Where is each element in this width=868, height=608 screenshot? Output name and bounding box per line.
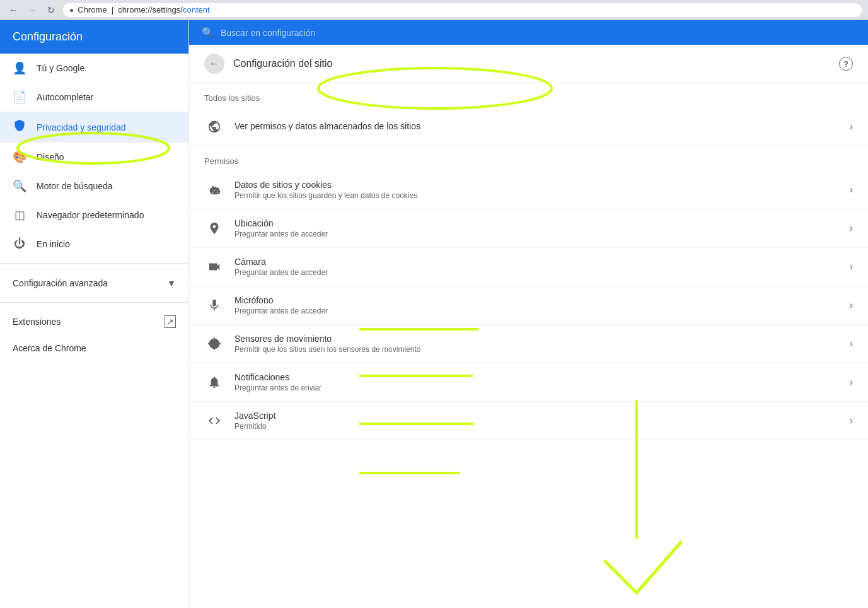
search-icon: 🔍 [202,26,214,38]
person-icon: 👤 [13,61,26,75]
chevron-right-icon-notificaciones: › [850,377,853,388]
perm-text-cookies: Datos de sitios y cookies Permitir que l… [234,180,840,200]
perm-sub-cookies: Permitir que los sitios guarden y lean d… [234,191,840,200]
browser-icon: ◫ [13,208,26,222]
sidebar-label-diseno: Diseño [37,152,64,162]
globe-icon [204,117,224,137]
perm-row-cookies[interactable]: Datos de sitios y cookies Permitir que l… [189,171,868,209]
location-icon [204,218,224,238]
chevron-right-icon-ubicacion: › [850,223,853,234]
perm-sub-camara: Preguntar antes de acceder [234,268,840,277]
sidebar-label-inicio: En inicio [37,239,70,249]
perm-sub-sensores: Permitir que los sitios usen los sensore… [234,345,840,354]
sidebar-about[interactable]: Acerca de Chrome [0,336,188,361]
content-header: ← Configuración del sitio ? [189,45,868,83]
url-display: Chrome | chrome://settings/content [78,5,209,15]
sidebar-item-navegador[interactable]: ◫ Navegador predeterminado [0,201,188,230]
chevron-right-icon-camara: › [850,261,853,272]
chevron-right-icon-cookies: › [850,184,853,196]
reload-button[interactable]: ↻ [44,3,58,17]
sidebar-item-motor[interactable]: 🔍 Motor de búsqueda [0,172,188,201]
sidebar-label-navegador: Navegador predeterminado [37,210,144,220]
sidebar-item-privacidad[interactable]: Privacidad y seguridad [0,112,188,143]
palette-icon: 🎨 [13,150,26,164]
perm-sub-javascript: Permitido [234,422,840,431]
sidebar-title: Configuración [0,20,188,54]
chevron-right-icon-ver-permisos: › [850,121,853,132]
extensions-label: Extensiones [13,317,61,327]
perm-title-javascript: JavaScript [234,411,840,421]
code-icon [204,411,224,431]
perm-row-ver-permisos[interactable]: Ver permisos y datos almacenados de los … [189,108,868,146]
sidebar-item-inicio[interactable]: ⏻ En inicio [0,230,188,258]
chevron-right-icon-microfono: › [850,300,853,311]
mic-icon [204,295,224,315]
perm-row-microfono[interactable]: Micrófono Preguntar antes de acceder › [189,286,868,325]
perm-title-ubicacion: Ubicación [234,218,840,228]
chevron-down-icon: ▼ [167,278,176,288]
todos-section-label: Todos los sitios [189,83,868,108]
sidebar-advanced[interactable]: Configuración avanzada ▼ [0,269,188,297]
perm-title-camara: Cámara [234,257,840,267]
perm-sub-ubicacion: Preguntar antes de acceder [234,230,840,238]
content-title: Configuración del sitio [233,58,332,69]
perm-title-sensores: Sensores de movimiento [234,334,840,344]
perm-title-cookies: Datos de sitios y cookies [234,180,840,190]
app-layout: Configuración 👤 Tú y Google 📄 Autocomple… [0,20,868,608]
perm-title-notificaciones: Notificaciones [234,372,840,382]
article-icon: 📄 [13,90,26,104]
perm-text-microfono: Micrófono Preguntar antes de acceder [234,295,840,315]
advanced-label: Configuración avanzada [13,278,108,288]
browser-bar: ← → ↻ ● Chrome | chrome://settings/conte… [0,0,868,20]
forward-button[interactable]: → [25,3,39,17]
perm-sub-notificaciones: Preguntar antes de enviar [234,383,840,392]
bell-icon [204,372,224,392]
address-bar[interactable]: ● Chrome | chrome://settings/content [63,3,862,17]
search-icon: 🔍 [13,179,26,193]
shield-icon [13,119,26,135]
sidebar-item-diseno[interactable]: 🎨 Diseño [0,143,188,172]
sidebar-extensions[interactable]: Extensiones ↗ [0,308,188,336]
perm-title-microfono: Micrófono [234,295,840,305]
cookie-icon [204,180,224,200]
permisos-section-label: Permisos [189,146,868,171]
chevron-right-icon-sensores: › [850,338,853,349]
perm-title-ver-permisos: Ver permisos y datos almacenados de los … [234,121,840,131]
back-button[interactable]: ← [6,3,20,17]
perm-text-ubicacion: Ubicación Preguntar antes de acceder [234,218,840,238]
search-input[interactable] [221,28,855,38]
sidebar: Configuración 👤 Tú y Google 📄 Autocomple… [0,20,189,608]
perm-row-notificaciones[interactable]: Notificaciones Preguntar antes de enviar… [189,363,868,402]
sidebar-label-autocompletar: Autocompletar [37,92,93,102]
perm-text-notificaciones: Notificaciones Preguntar antes de enviar [234,372,840,392]
about-label: Acerca de Chrome [13,343,86,353]
content-header-left: ← Configuración del sitio [204,54,332,74]
perm-row-ubicacion[interactable]: Ubicación Preguntar antes de acceder › [189,209,868,248]
main-content: 🔍 ← Configuración del sitio ? Todos los … [189,20,868,608]
perm-text-ver-permisos: Ver permisos y datos almacenados de los … [234,121,840,132]
search-bar: 🔍 [189,20,868,45]
sidebar-item-autocompletar[interactable]: 📄 Autocompletar [0,83,188,112]
perm-row-sensores[interactable]: Sensores de movimiento Permitir que los … [189,325,868,363]
perm-text-sensores: Sensores de movimiento Permitir que los … [234,334,840,354]
lock-icon: ● [69,6,74,15]
sidebar-label-tu-google: Tú y Google [37,63,84,73]
sidebar-label-motor: Motor de búsqueda [37,181,113,191]
sidebar-label-privacidad: Privacidad y seguridad [37,122,126,132]
external-link-icon: ↗ [165,315,176,328]
chevron-right-icon-javascript: › [850,415,853,426]
content-back-button[interactable]: ← [204,54,224,74]
sensors-icon [204,334,224,354]
sidebar-divider-2 [0,302,188,303]
perm-row-javascript[interactable]: JavaScript Permitido › [189,402,868,440]
perm-sub-microfono: Preguntar antes de acceder [234,307,840,315]
perm-text-javascript: JavaScript Permitido [234,411,840,431]
sidebar-item-tu-google[interactable]: 👤 Tú y Google [0,54,188,83]
perm-text-camara: Cámara Preguntar antes de acceder [234,257,840,277]
camera-icon [204,257,224,277]
sidebar-divider [0,263,188,264]
power-icon: ⏻ [13,237,26,250]
help-button[interactable]: ? [839,57,853,71]
perm-row-camara[interactable]: Cámara Preguntar antes de acceder › [189,248,868,286]
